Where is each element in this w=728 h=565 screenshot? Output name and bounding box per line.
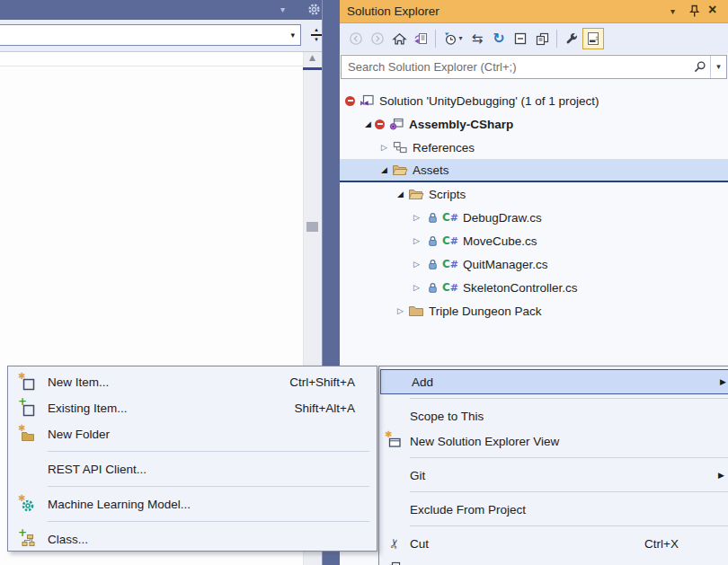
menu-item-class[interactable]: + Class...: [8, 526, 377, 552]
close-icon[interactable]: ×: [708, 2, 716, 18]
switch-views-icon: ⇆: [472, 32, 484, 46]
ml-model-icon: ✱: [8, 497, 48, 513]
expander-collapsed-icon[interactable]: ▷: [377, 144, 391, 152]
back-button[interactable]: [345, 28, 367, 49]
menu-item-label: New Item...: [48, 375, 109, 389]
menu-item-shortcut: Ctrl+Shift+A: [289, 375, 377, 389]
menu-item-copy[interactable]: Copy Ctrl+C: [379, 556, 728, 565]
tree-item-scripts[interactable]: ◢ Scripts: [340, 182, 728, 206]
tree-item-assets[interactable]: ◢ Assets: [340, 159, 728, 182]
menu-separator: [379, 522, 728, 531]
expander-expanded-icon[interactable]: ◢: [361, 120, 375, 128]
menu-item-shortcut: Ctrl+X: [644, 537, 679, 551]
menu-item-label: Class...: [48, 533, 88, 546]
forward-button[interactable]: [367, 28, 388, 49]
menu-item-add[interactable]: Add ▶: [380, 369, 728, 394]
menu-item-new-solution-explorer-view[interactable]: ✱ New Solution Explorer View: [379, 428, 728, 454]
lock-icon: [423, 211, 441, 224]
submenu-arrow-icon: ▶: [718, 472, 724, 480]
editor-pane-chrome-bar: ▾: [0, 0, 340, 20]
expander-collapsed-icon[interactable]: ▷: [394, 307, 407, 315]
tree-item-references[interactable]: ▷ References: [340, 136, 728, 159]
search-options-chevron-icon[interactable]: ▾: [711, 63, 726, 71]
submenu-arrow-icon: ▶: [720, 378, 726, 386]
menu-item-label: Copy: [410, 562, 439, 565]
vs-window: ▾ ▾ ▴ ▾ ▲ Solution Explorer ▾ ×: [0, 0, 728, 565]
menu-item-rest-api-client[interactable]: REST API Client...: [8, 456, 377, 482]
refresh-icon: ↻: [493, 31, 504, 46]
search-icon[interactable]: [688, 59, 710, 75]
tree-item-assembly-csharp[interactable]: ◢ Assembly-CSharp: [340, 112, 728, 136]
expander-expanded-icon[interactable]: ◢: [394, 190, 407, 199]
search-box: ▾: [341, 55, 727, 79]
solution-icon: [358, 93, 376, 108]
scrollbar-up-arrow[interactable]: ▲: [303, 54, 322, 66]
expander-collapsed-icon[interactable]: ▷: [410, 237, 423, 245]
search-input[interactable]: [342, 57, 688, 77]
history-filter-button[interactable]: ▾: [439, 28, 466, 49]
csharp-file-icon: C#: [441, 258, 459, 270]
solution-explorer-toolbar: ▾ ⇆ ↻: [340, 23, 728, 54]
csharp-file-icon: C#: [441, 281, 459, 294]
class-icon: +: [8, 532, 48, 548]
show-all-files-button[interactable]: [531, 28, 553, 49]
menu-item-label: REST API Client...: [48, 463, 146, 476]
switch-views-button[interactable]: ⇆: [466, 28, 488, 49]
expander-collapsed-icon[interactable]: ▷: [410, 284, 423, 292]
tree-item-label: QuitManager.cs: [463, 258, 548, 271]
menu-item-exclude-from-project[interactable]: Exclude From Project: [379, 497, 728, 522]
menu-item-label: Add: [412, 375, 433, 389]
tree-item-triple-dungeon-pack[interactable]: ▷ Triple Dungeon Pack: [340, 299, 728, 322]
refresh-button[interactable]: ↻: [488, 28, 510, 49]
solution-tree: Solution 'UnityDebugging' (1 of 1 projec…: [340, 89, 728, 322]
tree-item-label: Assets: [413, 163, 449, 177]
menu-item-new-item[interactable]: ✱ New Item... Ctrl+Shift+A: [8, 369, 377, 395]
tree-item-label: References: [413, 141, 475, 154]
menu-separator: [379, 454, 728, 463]
menu-item-cut[interactable]: ✂ Cut Ctrl+X: [379, 531, 728, 556]
preview-selected-items-toggle[interactable]: [582, 28, 604, 49]
scrollbar-thumb[interactable]: [306, 222, 318, 232]
expander-expanded-icon[interactable]: ◢: [377, 166, 391, 174]
home-button[interactable]: [388, 28, 410, 49]
window-position-chevron-icon[interactable]: ▾: [670, 7, 675, 16]
expander-collapsed-icon[interactable]: ▷: [410, 214, 423, 222]
menu-item-machine-learning-model[interactable]: ✱ Machine Learning Model...: [8, 491, 377, 517]
pin-icon[interactable]: [689, 4, 700, 22]
chrome-chevron-down-icon[interactable]: ▾: [280, 5, 285, 14]
tree-item-label: Scripts: [429, 188, 466, 201]
menu-item-label: Git: [410, 469, 425, 482]
gear-icon[interactable]: [307, 3, 321, 20]
new-solution-explorer-view-icon: ✱: [379, 433, 410, 449]
editor-nav-dropdown[interactable]: ▾: [0, 24, 301, 46]
new-item-icon: ✱: [8, 375, 48, 391]
folder-closed-icon: [407, 304, 425, 318]
tree-item-skeletoncontroller[interactable]: ▷ C# SkeletonController.cs: [340, 276, 728, 299]
tree-item-quitmanager[interactable]: ▷ C# QuitManager.cs: [340, 252, 728, 276]
history-filter-chevron-icon: ▾: [458, 35, 462, 42]
menu-separator: [379, 488, 728, 497]
menu-item-new-folder[interactable]: ✱ New Folder: [8, 421, 377, 447]
menu-item-existing-item[interactable]: + Existing Item... Shift+Alt+A: [8, 395, 377, 421]
collapse-all-button[interactable]: [510, 28, 531, 49]
solution-explorer-titlebar[interactable]: Solution Explorer ▾ ×: [340, 0, 728, 23]
properties-button[interactable]: [561, 28, 582, 49]
tree-item-label: Triple Dungeon Pack: [429, 305, 542, 318]
menu-item-label: New Folder: [48, 428, 110, 441]
menu-item-git[interactable]: Git ▶: [379, 463, 728, 488]
menu-item-label: Existing Item...: [48, 402, 128, 415]
combo-chevron-down-icon: ▾: [290, 31, 295, 40]
splitter-down-icon: ▾: [315, 37, 318, 43]
menu-item-scope-to-this[interactable]: Scope to This: [379, 403, 728, 428]
csharp-file-icon: C#: [441, 234, 459, 247]
sync-with-active-document-button[interactable]: [410, 28, 431, 49]
menu-separator: [379, 394, 728, 403]
menu-separator: [8, 447, 377, 456]
toolbar-separator: [435, 30, 436, 48]
csharp-file-icon: C#: [441, 211, 459, 224]
tree-item-solution[interactable]: Solution 'UnityDebugging' (1 of 1 projec…: [340, 89, 728, 112]
expander-collapsed-icon[interactable]: ▷: [410, 260, 423, 269]
tree-item-debugdraw[interactable]: ▷ C# DebugDraw.cs: [340, 206, 728, 229]
tree-item-movecube[interactable]: ▷ C# MoveCube.cs: [340, 229, 728, 252]
references-icon: [391, 140, 409, 154]
